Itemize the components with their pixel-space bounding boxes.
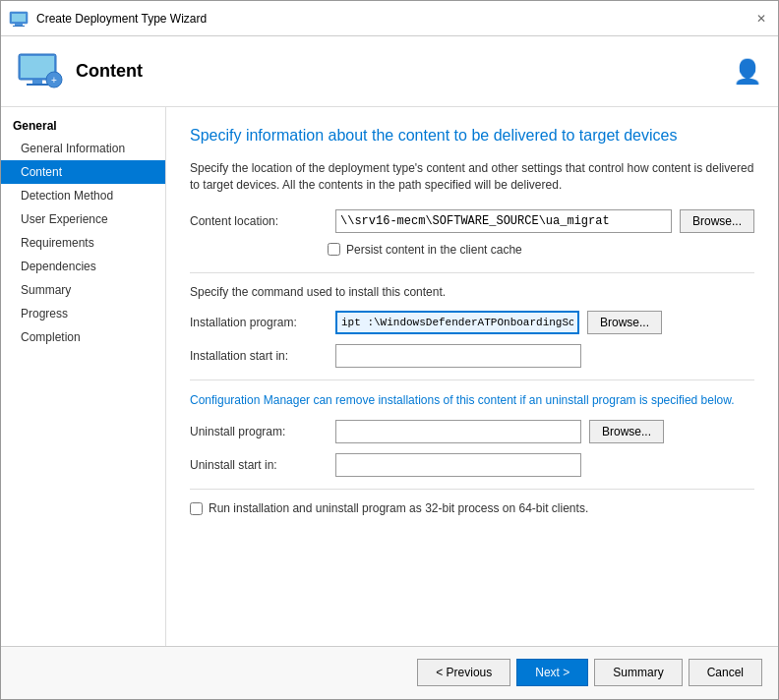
title-bar: Create Deployment Type Wizard ✕ [1,1,778,36]
section-divider-2 [190,379,754,380]
run-32bit-label: Run installation and uninstall program a… [209,501,588,515]
installation-program-row: Installation program: Browse... [190,311,754,334]
uninstall-start-in-label: Uninstall start in: [190,458,328,472]
svg-rect-1 [12,14,26,22]
installation-program-browse-button[interactable]: Browse... [587,311,662,334]
sidebar-item-general-information[interactable]: General Information [1,137,165,160]
installation-start-in-input[interactable] [335,344,581,368]
sidebar-item-content[interactable]: Content [1,160,165,184]
persist-cache-row: Persist content in the client cache [328,243,754,257]
uninstall-program-row: Uninstall program: Browse... [190,420,754,443]
close-button[interactable]: ✕ [752,10,770,28]
section-divider-3 [190,489,754,490]
uninstall-program-browse-button[interactable]: Browse... [589,420,664,443]
cancel-button[interactable]: Cancel [689,659,762,686]
installation-start-in-row: Installation start in: [190,344,754,368]
run-32bit-checkbox[interactable] [190,502,203,515]
uninstall-program-label: Uninstall program: [190,425,328,438]
section-divider-1 [190,272,754,273]
content-location-row: Content location: Browse... [190,209,754,233]
sidebar-item-dependencies[interactable]: Dependencies [1,255,165,278]
svg-rect-2 [15,24,23,26]
sidebar-item-requirements[interactable]: Requirements [1,231,165,255]
sidebar-item-user-experience[interactable]: User Experience [1,207,165,231]
install-section-note: Specify the command used to install this… [190,285,754,299]
header-icon: + [17,48,64,95]
content-location-browse-button[interactable]: Browse... [680,209,754,233]
header-bar: + Content 👤 [1,36,778,107]
main-content: General General Information Content Dete… [1,107,778,646]
svg-text:+: + [51,75,57,86]
title-bar-left: Create Deployment Type Wizard [9,9,207,29]
sidebar: General General Information Content Dete… [1,107,166,646]
sidebar-item-detection-method[interactable]: Detection Method [1,184,165,207]
content-description: Specify the location of the deployment t… [190,160,754,194]
svg-rect-6 [32,80,42,84]
next-button[interactable]: Next > [516,659,588,686]
header-title: Content [76,61,143,82]
run-32bit-row: Run installation and uninstall program a… [190,501,754,515]
sidebar-item-summary[interactable]: Summary [1,278,165,302]
uninstall-program-input[interactable] [335,420,581,443]
sidebar-group-label: General [1,115,165,137]
footer: < Previous Next > Summary Cancel [1,646,778,699]
content-title: Specify information about the content to… [190,127,754,145]
uninstall-start-in-row: Uninstall start in: [190,453,754,477]
installation-start-in-label: Installation start in: [190,349,328,363]
window-title: Create Deployment Type Wizard [36,12,207,26]
content-area: Specify information about the content to… [166,107,778,646]
summary-button[interactable]: Summary [594,659,682,686]
sidebar-item-completion[interactable]: Completion [1,325,165,349]
uninstall-start-in-input[interactable] [335,453,581,477]
header-person-icon: 👤 [733,58,762,86]
sidebar-item-progress[interactable]: Progress [1,302,165,325]
previous-button[interactable]: < Previous [417,659,510,686]
svg-rect-7 [27,84,48,86]
uninstall-note: Configuration Manager can remove install… [190,392,754,409]
wizard-window: Create Deployment Type Wizard ✕ + Conten… [0,0,779,700]
installation-program-label: Installation program: [190,316,328,329]
installation-program-input[interactable] [335,311,579,334]
header-left: + Content [17,48,143,95]
title-bar-controls: ✕ [752,10,770,28]
content-location-label: Content location: [190,214,328,228]
wizard-icon [9,9,29,29]
svg-rect-3 [13,26,25,27]
content-location-input[interactable] [335,209,672,233]
persist-cache-label: Persist content in the client cache [346,243,522,257]
persist-cache-checkbox[interactable] [328,243,340,256]
